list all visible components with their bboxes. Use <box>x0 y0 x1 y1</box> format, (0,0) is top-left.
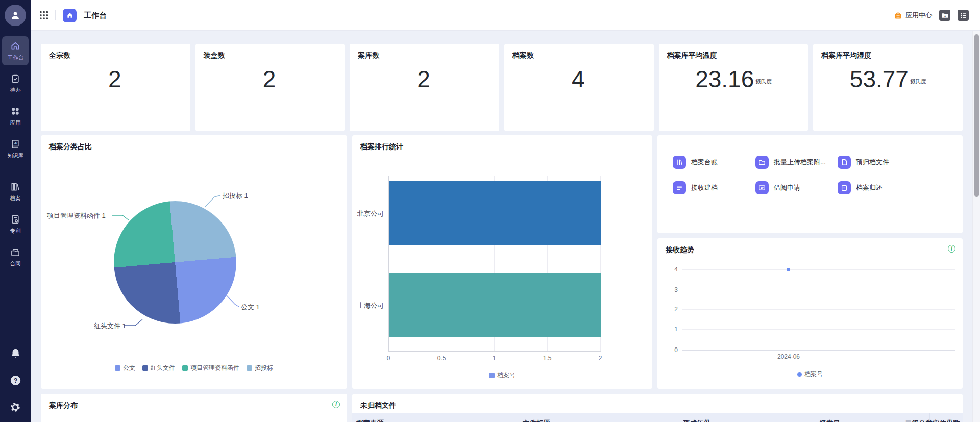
ai-book-icon: AI <box>10 139 20 149</box>
layout-settings-button[interactable] <box>958 10 969 21</box>
stat-card-repositories: 案库数 2 <box>350 44 499 131</box>
ledger-icon <box>673 156 686 169</box>
app-center-button[interactable]: 应用中心 <box>894 11 932 20</box>
legend-item[interactable]: 公文 <box>115 364 135 373</box>
action-receive-filing[interactable]: 接收建档 <box>673 181 755 194</box>
pie-callout-xiangmu: 项目管理资料函件 1 <box>47 211 106 220</box>
list-icon <box>673 181 686 194</box>
column-header: 形成年份 <box>683 419 710 422</box>
apps-grid-icon <box>10 106 20 116</box>
person-icon <box>10 10 21 21</box>
pie-legend: 公文 红头文件 项目管理资料函件 招投标 <box>41 364 347 373</box>
svg-text:AI: AI <box>14 141 18 145</box>
column-header: 实体份数 <box>933 419 960 422</box>
notifications-bell-icon[interactable] <box>10 347 21 359</box>
pie-leader-lines <box>41 135 347 389</box>
legend-item[interactable]: 招投标 <box>247 364 273 373</box>
sidebar-item-todo[interactable]: 待办 <box>2 69 29 98</box>
unfiled-table-header: 档案来源 文件标题 形成年份 一级类目 二级分类 实体份数 <box>352 413 963 422</box>
sidebar-item-label: 待办 <box>10 86 21 93</box>
legend-item[interactable]: 红头文件 <box>142 364 175 373</box>
stats-row: 全宗数 2 装盒数 2 案库数 2 档案数 4 档案库平均温度 23.16摄氏度… <box>41 44 963 131</box>
bar-x-axis <box>388 351 601 352</box>
bar[interactable] <box>389 273 601 337</box>
bar-legend: 档案号 <box>352 371 652 380</box>
trend-point[interactable] <box>787 268 790 271</box>
stat-title: 案库数 <box>358 51 379 60</box>
clipboard-check-icon <box>10 73 20 84</box>
stat-title: 档案数 <box>512 51 534 60</box>
sidebar-item-contract[interactable]: 合同 <box>2 242 29 271</box>
topbar-left: 工作台 <box>40 0 107 31</box>
sidebar-item-label: 专利 <box>10 227 21 234</box>
action-archive-return[interactable]: 档案归还 <box>838 181 958 194</box>
action-prearchive-files[interactable]: 预归档文件 <box>838 156 958 169</box>
action-batch-upload-attachments[interactable]: 批量上传档案附... <box>755 156 838 169</box>
action-archive-ledger[interactable]: 档案台账 <box>673 156 755 169</box>
topbar-divider <box>55 10 56 20</box>
scrollbar-thumb[interactable] <box>974 34 979 197</box>
trend-card-receive: 接收趋势 i 4 3 2 1 0 2024-06 档案号 <box>657 238 963 389</box>
stat-value: 4 <box>572 65 585 93</box>
bar[interactable] <box>389 181 601 245</box>
svg-text:?: ? <box>13 377 17 384</box>
sidebar-item-label: 工作台 <box>7 54 23 61</box>
topbar-right: 应用中心 ★ <box>894 0 969 31</box>
workbench-home-badge[interactable] <box>63 9 77 22</box>
home-icon <box>10 41 20 51</box>
info-icon[interactable]: i <box>332 401 340 408</box>
app-center-label: 应用中心 <box>905 11 932 20</box>
bottom-row: 案库分布 i 未归档文件 档案来源 文件标题 形成年份 一级类目 二级分类 实体… <box>41 394 963 422</box>
stat-card-boxes: 装盒数 2 <box>195 44 345 131</box>
sidebar-item-archives[interactable]: 档案 <box>2 177 29 206</box>
sidebar-item-workbench[interactable]: 工作台 <box>2 36 29 65</box>
legend-item[interactable]: 档案号 <box>797 370 823 379</box>
id-card-icon <box>755 181 769 194</box>
clipboard-icon <box>838 181 851 194</box>
sidebar-item-apps[interactable]: 应用 <box>2 102 29 131</box>
stat-title: 档案库平均湿度 <box>821 51 871 60</box>
info-icon[interactable]: i <box>948 245 955 253</box>
legend-item[interactable]: 档案号 <box>489 371 516 380</box>
sidebar-item-label: 应用 <box>10 119 21 126</box>
folder-star-icon: ★ <box>941 12 949 19</box>
trend-y-axis <box>682 269 682 353</box>
patent-doc-icon <box>10 214 20 225</box>
folder-icon <box>755 156 769 169</box>
action-borrow-request[interactable]: 借阅申请 <box>755 181 838 194</box>
sidebar-nav: 工作台 待办 应用 AI 知识库 档案 专利 <box>0 36 31 271</box>
legend-item[interactable]: 项目管理资料函件 <box>182 364 239 373</box>
stat-value: 2 <box>263 65 276 93</box>
stat-title: 档案库平均温度 <box>667 51 717 60</box>
stat-value: 53.77 <box>850 65 909 93</box>
repo-distribution-card: 案库分布 i <box>41 394 347 422</box>
waffle-menu-icon[interactable] <box>40 11 48 19</box>
pie-card-archive-category: 档案分类占比 招投标 1 项目管理资料函件 1 公文 1 红头文件 1 公文 红… <box>41 135 347 389</box>
bar-category-label: 北京公司 <box>352 209 384 218</box>
stat-value: 2 <box>417 65 430 93</box>
sidebar-divider <box>6 170 25 170</box>
favorites-folder-button[interactable]: ★ <box>939 10 950 21</box>
page-title: 工作台 <box>84 11 107 20</box>
books-icon <box>10 182 20 192</box>
sidebar-item-patent[interactable]: 专利 <box>2 210 29 239</box>
user-avatar[interactable] <box>5 5 26 26</box>
topbar: 工作台 应用中心 ★ <box>31 0 980 31</box>
settings-gear-icon[interactable] <box>10 402 21 413</box>
pie-callout-gongwen: 公文 1 <box>241 303 260 312</box>
unfiled-files-card: 未归档文件 档案来源 文件标题 形成年份 一级类目 二级分类 实体份数 <box>352 394 963 422</box>
sidebar-item-knowledge[interactable]: AI 知识库 <box>2 134 29 163</box>
app-window: 工作台 待办 应用 AI 知识库 档案 专利 <box>0 0 980 422</box>
help-icon[interactable]: ? <box>10 375 21 386</box>
column-header: 档案来源 <box>356 419 384 422</box>
stat-value: 2 <box>108 65 121 93</box>
home-icon <box>66 12 74 19</box>
stat-title: 装盒数 <box>204 51 225 60</box>
stat-unit: 摄氏度 <box>755 78 772 85</box>
column-header: 二级分类 <box>905 419 933 422</box>
quick-actions-grid: 档案台账 批量上传档案附... 预归档文件 接收建档 <box>673 156 958 194</box>
trend-x-label: 2024-06 <box>763 353 814 360</box>
sidebar-bottom: ? <box>10 347 21 413</box>
svg-text:★: ★ <box>943 14 946 17</box>
pie-callout-zhaotoubiao: 招投标 1 <box>223 191 248 201</box>
